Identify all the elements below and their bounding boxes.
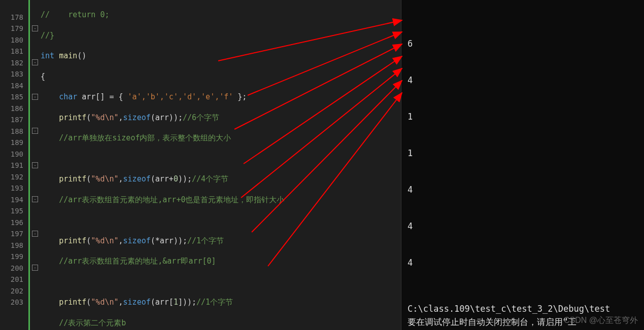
fold-icon[interactable]: - <box>32 94 38 100</box>
code-area[interactable]: // return 0; //} int main() { char arr[]… <box>41 0 401 330</box>
fold-icon[interactable]: - <box>32 162 38 168</box>
output-line: 4 <box>408 256 644 269</box>
fold-icon[interactable]: - <box>32 265 38 271</box>
output-line: 6 <box>408 38 644 50</box>
fold-icon[interactable]: - <box>32 196 38 202</box>
fold-icon[interactable]: - <box>32 231 38 237</box>
code-editor-pane: 178 179 180 181 182 183 184 185 186 187 … <box>0 0 401 330</box>
console-pane: 6 4 1 1 4 4 4 C:\class.109\test_c\test_3… <box>401 0 644 330</box>
output-line: 4 <box>408 220 644 232</box>
output-line: 1 <box>408 147 644 159</box>
console-output: 6 4 1 1 4 4 4 <box>401 13 644 293</box>
output-line: 4 <box>408 74 644 86</box>
fold-icon[interactable]: - <box>32 59 38 65</box>
output-line: 1 <box>408 111 644 123</box>
watermark: CSDN @心至苍穹外 <box>564 315 638 326</box>
fold-column: - - - - - - - - <box>28 0 41 330</box>
fold-icon[interactable]: - <box>32 25 38 31</box>
line-number-gutter: 178 179 180 181 182 183 184 185 186 187 … <box>0 0 28 330</box>
output-line: 4 <box>408 184 644 196</box>
fold-icon[interactable]: - <box>32 128 38 134</box>
